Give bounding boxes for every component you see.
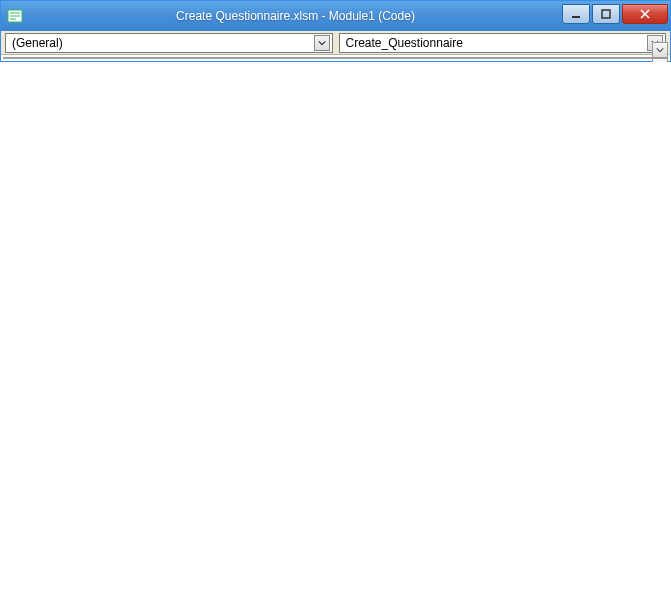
window-title: Create Questionnaire.xlsm - Module1 (Cod… (29, 9, 562, 23)
scroll-down-button[interactable] (652, 42, 668, 58)
close-button[interactable] (622, 4, 668, 24)
minimize-button[interactable] (562, 4, 590, 24)
scroll-up-button[interactable] (652, 58, 668, 62)
svg-rect-2 (602, 10, 610, 18)
maximize-button[interactable] (592, 4, 620, 24)
toolbar: (General) Create_Questionnaire (1, 31, 670, 55)
title-bar[interactable]: Create Questionnaire.xlsm - Module1 (Cod… (1, 1, 670, 31)
scope-dropdown[interactable]: (General) (5, 33, 333, 53)
scope-value: (General) (12, 36, 314, 50)
window-controls (562, 4, 670, 24)
procedure-dropdown[interactable]: Create_Questionnaire (339, 33, 667, 53)
vba-editor-window: Create Questionnaire.xlsm - Module1 (Cod… (0, 0, 671, 62)
procedure-value: Create_Questionnaire (346, 36, 648, 50)
svg-rect-1 (572, 16, 580, 18)
editor-area: Option Explicit Sub Create_Questionnaire… (3, 57, 668, 59)
chevron-down-icon (314, 35, 330, 51)
app-icon (7, 8, 23, 24)
